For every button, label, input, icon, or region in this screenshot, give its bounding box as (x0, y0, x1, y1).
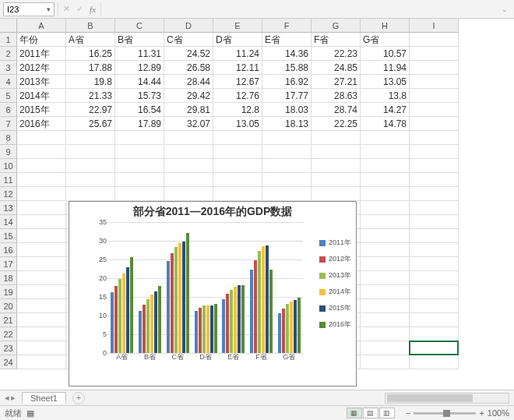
cell[interactable] (213, 173, 262, 187)
cell[interactable] (17, 285, 66, 299)
cell[interactable]: 12.67 (213, 75, 262, 89)
cell[interactable] (213, 131, 262, 145)
cell[interactable] (361, 327, 410, 341)
row-header[interactable]: 15 (0, 229, 17, 243)
cell[interactable]: 24.52 (164, 47, 213, 61)
column-header[interactable]: G (312, 19, 361, 33)
cell[interactable]: 16.25 (66, 47, 115, 61)
row-header[interactable]: 10 (0, 159, 17, 173)
zoom-out-button[interactable]: − (406, 408, 410, 418)
cell[interactable] (361, 243, 410, 257)
row-header[interactable]: 22 (0, 327, 17, 341)
cell[interactable] (17, 355, 66, 369)
cell[interactable] (262, 145, 312, 159)
cell[interactable] (361, 299, 410, 313)
cell[interactable]: 18.13 (262, 117, 312, 131)
cell[interactable] (66, 187, 115, 201)
row-header[interactable]: 20 (0, 299, 17, 313)
cell[interactable] (410, 75, 459, 89)
cell[interactable]: 29.81 (164, 103, 213, 117)
cell[interactable]: 14.78 (361, 117, 410, 131)
cell[interactable] (361, 173, 410, 187)
column-header[interactable]: E (213, 19, 262, 33)
cell[interactable]: 13.05 (213, 117, 262, 131)
cell[interactable] (361, 145, 410, 159)
cell[interactable] (410, 355, 459, 369)
tab-prev-icon[interactable]: ◂ (5, 393, 9, 403)
row-header[interactable]: 23 (0, 341, 17, 355)
cell[interactable] (66, 131, 115, 145)
cell[interactable]: 年份 (17, 33, 66, 47)
cell[interactable] (361, 313, 410, 327)
cell[interactable]: B省 (115, 33, 164, 47)
cell[interactable] (410, 187, 459, 201)
cell[interactable] (17, 215, 66, 229)
column-header[interactable]: I (410, 19, 459, 33)
cell[interactable]: 25.67 (66, 117, 115, 131)
cell[interactable] (410, 61, 459, 75)
cell[interactable]: 11.24 (213, 47, 262, 61)
cell[interactable] (115, 145, 164, 159)
cell[interactable]: 26.58 (164, 61, 213, 75)
view-pagelayout-button[interactable]: ▤ (363, 408, 378, 418)
cell[interactable] (115, 131, 164, 145)
name-box-input[interactable] (4, 5, 43, 14)
cell[interactable]: 15.88 (262, 61, 312, 75)
cell[interactable]: A省 (66, 33, 115, 47)
cell[interactable] (410, 285, 459, 299)
cell[interactable] (164, 187, 213, 201)
cell[interactable] (361, 215, 410, 229)
cell[interactable] (361, 341, 410, 355)
row-header[interactable]: 6 (0, 103, 17, 117)
cell[interactable] (361, 271, 410, 285)
cell[interactable] (361, 257, 410, 271)
cell[interactable] (312, 159, 361, 173)
cell[interactable]: D省 (213, 33, 262, 47)
cell[interactable] (410, 117, 459, 131)
cell[interactable] (410, 243, 459, 257)
cell[interactable]: 28.44 (164, 75, 213, 89)
column-header[interactable]: B (66, 19, 115, 33)
row-header[interactable]: 5 (0, 89, 17, 103)
cell[interactable]: 17.89 (115, 117, 164, 131)
scrollbar-thumb[interactable] (387, 394, 473, 402)
cell[interactable] (17, 327, 66, 341)
row-header[interactable]: 4 (0, 75, 17, 89)
cell[interactable]: E省 (262, 33, 312, 47)
column-header[interactable]: H (361, 19, 410, 33)
view-normal-button[interactable]: ▦ (347, 408, 362, 418)
cell[interactable] (410, 271, 459, 285)
zoom-slider-thumb[interactable] (443, 410, 450, 417)
column-header[interactable]: A (17, 19, 66, 33)
cell[interactable] (361, 131, 410, 145)
cell[interactable] (312, 131, 361, 145)
cell[interactable] (410, 229, 459, 243)
cell[interactable]: 12.76 (213, 89, 262, 103)
row-header[interactable]: 1 (0, 33, 17, 47)
cell[interactable] (410, 257, 459, 271)
cell[interactable]: 10.57 (361, 47, 410, 61)
zoom-in-button[interactable]: + (479, 408, 484, 418)
horizontal-scrollbar[interactable] (385, 393, 509, 404)
cell[interactable]: 2012年 (17, 61, 66, 75)
row-header[interactable]: 24 (0, 355, 17, 369)
row-header[interactable]: 21 (0, 313, 17, 327)
cell[interactable] (312, 145, 361, 159)
cell[interactable] (17, 341, 66, 355)
cell[interactable] (410, 327, 459, 341)
cell[interactable] (17, 173, 66, 187)
cell[interactable] (164, 159, 213, 173)
cell[interactable] (115, 187, 164, 201)
cell[interactable] (262, 131, 312, 145)
row-header[interactable]: 19 (0, 285, 17, 299)
cell[interactable]: 22.25 (312, 117, 361, 131)
cell[interactable] (410, 159, 459, 173)
cell[interactable]: 11.31 (115, 47, 164, 61)
cell[interactable]: 17.88 (66, 61, 115, 75)
row-header[interactable]: 14 (0, 215, 17, 229)
tab-next-icon[interactable]: ▸ (11, 393, 16, 403)
sheet-tab[interactable]: Sheet1 (22, 392, 66, 404)
cell[interactable] (361, 187, 410, 201)
row-header[interactable]: 13 (0, 201, 17, 215)
column-header[interactable]: D (164, 19, 213, 33)
